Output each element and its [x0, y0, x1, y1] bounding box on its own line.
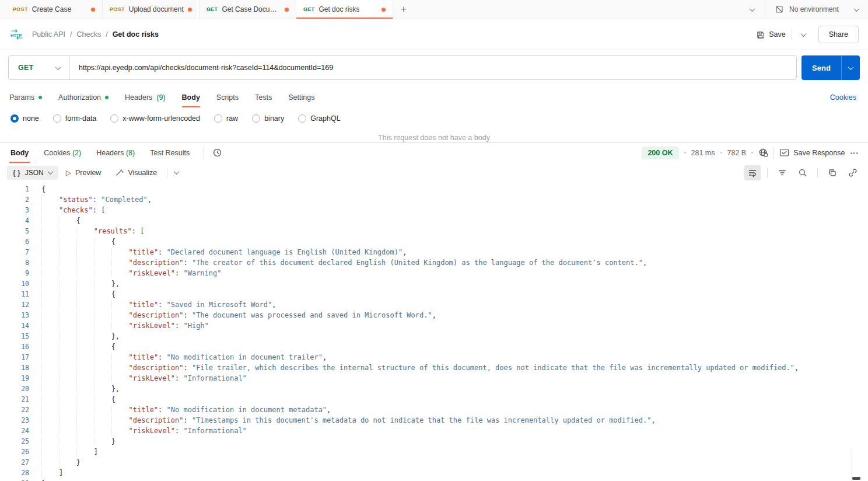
viewer-options-button[interactable] [171, 168, 182, 177]
line-content: "description": "The document was process… [41, 310, 436, 320]
viewer-icon-buttons [744, 165, 861, 180]
url-box: GET https://api.eyedp.com/api/checks/doc… [8, 55, 797, 80]
breadcrumb-folder[interactable]: Checks [76, 30, 101, 39]
body-type-graphql[interactable]: GraphQL [298, 114, 340, 123]
tab-scripts[interactable]: Scripts [211, 89, 244, 106]
send-button[interactable]: Send [802, 55, 841, 80]
indent-guide [111, 322, 129, 330]
format-dropdown[interactable]: { } JSON [7, 166, 58, 180]
response-body-viewer[interactable]: 1{2 "status": "Completed",3 "checks": [4… [0, 183, 868, 481]
body-type-raw[interactable]: raw [214, 114, 238, 123]
response-header: Body Cookies (2) Headers (8) Test Result… [0, 143, 868, 162]
filter-button[interactable] [774, 165, 790, 180]
share-button[interactable]: Share [818, 26, 859, 43]
tab-upload-document[interactable]: POST Upload document [103, 0, 200, 19]
tab-settings[interactable]: Settings [282, 89, 320, 106]
status-badge[interactable]: 200 OK [642, 147, 678, 159]
environment-selector[interactable]: No environment [765, 5, 868, 14]
code-line: 28 ] [0, 468, 868, 478]
chevron-down-icon [55, 64, 61, 70]
line-number: 8 [0, 257, 29, 268]
visualize-button[interactable]: Visualize [108, 165, 163, 180]
indent-guide [76, 259, 94, 267]
tab-overflow-button[interactable] [740, 8, 765, 12]
save-options-button[interactable] [798, 30, 809, 39]
cookies-link[interactable]: Cookies [830, 93, 864, 102]
tab-label: Body [10, 149, 29, 157]
code-line: 21 { [0, 394, 868, 405]
indent-guide [76, 437, 94, 445]
indent-guide [59, 395, 76, 403]
tab-title: Get doc risks [318, 5, 359, 13]
json-punctuation: { [111, 395, 116, 403]
new-tab-button[interactable]: + [393, 0, 414, 19]
response-time[interactable]: 281 ms [691, 149, 715, 157]
line-number: 26 [0, 447, 29, 457]
json-key: "title" [129, 301, 159, 309]
copy-button[interactable] [824, 165, 841, 180]
body-type-x-www-form-urlencoded[interactable]: x-www-form-urlencoded [110, 114, 200, 123]
line-number: 7 [0, 247, 29, 257]
network-info-icon[interactable] [758, 148, 768, 158]
json-string: "Warning" [183, 269, 221, 277]
json-key: "riskLevel" [129, 269, 175, 277]
send-options-button[interactable] [841, 55, 860, 80]
indent-guide [76, 385, 94, 393]
json-key: "riskLevel" [129, 427, 175, 435]
has-values-dot [105, 96, 108, 99]
indent-guide [76, 301, 94, 309]
response-tab-cookies[interactable]: Cookies (2) [43, 144, 82, 162]
indent-guide [59, 353, 76, 361]
json-punctuation: , [327, 406, 331, 414]
tab-authorization[interactable]: Authorization [52, 89, 114, 106]
breadcrumb-collection[interactable]: Public API [32, 30, 65, 39]
json-key: "description" [129, 259, 184, 267]
breadcrumb-request-name[interactable]: Get doc risks [113, 30, 159, 39]
save-response-button[interactable]: Save Response [779, 148, 845, 157]
tab-headers[interactable]: Headers (9) [119, 89, 172, 106]
method-dropdown[interactable]: GET [9, 64, 69, 72]
url-input[interactable]: https://api.eyedp.com/api/checks/documen… [70, 64, 342, 72]
line-content: "title": "No modification in document tr… [41, 352, 327, 363]
json-punctuation: , [651, 416, 655, 424]
response-size[interactable]: 782 B [727, 149, 747, 157]
line-number: 3 [0, 205, 29, 215]
body-type-binary[interactable]: binary [252, 114, 284, 123]
chevron-down-icon [47, 169, 53, 175]
response-tab-test-results[interactable]: Test Results [149, 144, 191, 162]
preview-button[interactable]: ▷ Preview [60, 166, 108, 180]
tab-get-case-document[interactable]: GET Get Case Document [200, 0, 296, 19]
response-tab-headers[interactable]: Headers (8) [95, 144, 136, 162]
response-history-group [204, 147, 222, 159]
chevron-down-icon [848, 64, 854, 70]
body-type-none[interactable]: none [10, 114, 39, 123]
body-type-label: form-data [65, 114, 97, 123]
body-type-form-data[interactable]: form-data [53, 114, 97, 123]
tab-tests[interactable]: Tests [249, 89, 278, 106]
divider [817, 168, 818, 178]
indent-guide [59, 217, 76, 225]
wrap-text-button[interactable] [744, 165, 761, 180]
history-icon[interactable] [212, 148, 222, 158]
more-actions-button[interactable]: ••• [850, 149, 859, 156]
tab-body[interactable]: Body [176, 89, 206, 106]
tab-create-case[interactable]: POST Create Case [6, 0, 103, 19]
tab-label: Test Results [150, 149, 190, 157]
breadcrumb: Public API / Checks / Get doc risks [32, 30, 159, 39]
tab-get-doc-risks[interactable]: GET Get doc risks [296, 0, 393, 19]
response-tab-body[interactable]: Body [9, 144, 30, 162]
json-punctuation: }, [111, 332, 120, 340]
search-button[interactable] [794, 165, 811, 180]
indent-guide [76, 448, 94, 456]
method-label: POST [13, 6, 28, 12]
indent-guide [41, 206, 59, 214]
tab-params[interactable]: Params [4, 89, 48, 106]
line-content: { [41, 236, 116, 247]
indent-guide [94, 301, 111, 309]
scrollbar-thumb[interactable] [852, 477, 860, 480]
link-button[interactable] [845, 165, 861, 180]
json-key: "riskLevel" [129, 374, 175, 382]
json-punctuation: ] [59, 469, 63, 477]
line-content: "riskLevel": "Warning" [41, 268, 222, 278]
save-button[interactable]: Save [756, 30, 786, 39]
